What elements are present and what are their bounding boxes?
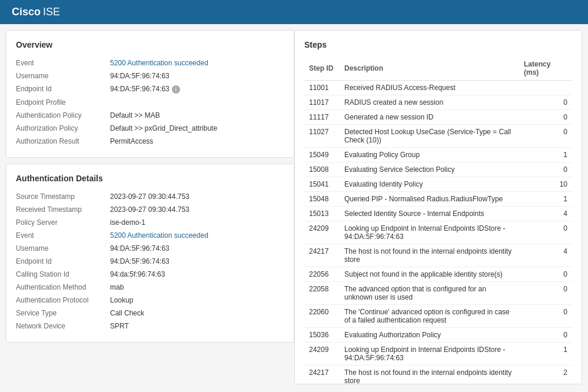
auth-details-title: Authentication Details (16, 174, 284, 183)
overview-fields: Event5200 Authentication succeededUserna… (16, 57, 284, 148)
field-value: 94:DA:5F:96:74:63 (110, 244, 170, 253)
auth-field-row: Service TypeCall Check (16, 307, 284, 320)
field-label: Endpoint Id (16, 85, 110, 93)
step-desc-cell: Subject not found in the applicable iden… (340, 267, 519, 282)
field-label: Network Device (16, 322, 110, 330)
step-latency-cell: 1 (519, 148, 572, 162)
field-label: Event (16, 231, 110, 240)
auth-field-row: Source Timestamp2023-09-27 09:30:44.753 (16, 190, 284, 203)
field-value: 94:da:5f:96:74:63 (110, 270, 165, 278)
step-desc-cell: Evaluating Authorization Policy (340, 328, 519, 343)
auth-field-row: Authentication ProtocolLookup (16, 294, 284, 307)
steps-title: Steps (304, 40, 572, 49)
step-desc-cell: Evaluating Service Selection Policy (340, 162, 519, 177)
table-row: 11027Detected Host Lookup UseCase (Servi… (304, 125, 572, 148)
field-label: Endpoint Id (16, 257, 110, 265)
field-label: Endpoint Profile (16, 98, 110, 107)
info-icon[interactable]: i (172, 85, 180, 94)
field-label: Authentication Protocol (16, 296, 110, 304)
step-latency-cell: 0 (519, 282, 572, 305)
field-value: 94:DA:5F:96:74:63 (110, 72, 170, 80)
table-row: 22056Subject not found in the applicable… (304, 267, 572, 282)
app-header: Cisco ISE (0, 0, 588, 24)
left-panel: Overview Event5200 Authentication succee… (6, 30, 294, 384)
table-row: 22060The 'Continue' advanced option is c… (304, 305, 572, 328)
step-latency-cell: 0 (519, 267, 572, 282)
table-row: 15049Evaluating Policy Group1 (304, 148, 572, 162)
field-value[interactable]: 5200 Authentication succeeded (110, 59, 208, 67)
step-latency-cell: 4 (519, 207, 572, 221)
auth-field-row: Policy Serverise-demo-1 (16, 216, 284, 229)
step-latency-cell (519, 81, 572, 95)
step-id-cell: 15008 (304, 162, 340, 177)
step-latency-cell: 0 (519, 328, 572, 343)
step-id-cell: 22058 (304, 282, 340, 305)
table-row: 15048Queried PIP - Normalised Radius.Rad… (304, 192, 572, 207)
step-desc-cell: Detected Host Lookup UseCase (Service-Ty… (340, 125, 519, 148)
step-id-cell: 15041 (304, 177, 340, 192)
step-id-cell: 24217 (304, 244, 340, 267)
field-value[interactable]: 5200 Authentication succeeded (110, 231, 208, 240)
table-row: 24217The host is not found in the intern… (304, 366, 572, 385)
step-latency-cell: 0 (519, 110, 572, 125)
field-value: ise-demo-1 (110, 218, 145, 227)
step-id-cell: 24209 (304, 221, 340, 244)
field-label: Authorization Result (16, 137, 110, 145)
steps-table: Step ID Description Latency (ms) 11001Re… (304, 57, 572, 384)
auth-details-card: Authentication Details Source Timestamp2… (6, 164, 294, 343)
overview-field-row: Authorization PolicyDefault >> pxGrid_Di… (16, 122, 284, 135)
step-id-cell: 24217 (304, 366, 340, 385)
field-label: Calling Station Id (16, 270, 110, 278)
step-latency-cell: 0 (519, 221, 572, 244)
step-id-cell: 15048 (304, 192, 340, 207)
table-row: 24217The host is not found in the intern… (304, 244, 572, 267)
step-id-cell: 15036 (304, 328, 340, 343)
field-value: SPRT (110, 322, 129, 330)
step-id-cell: 11027 (304, 125, 340, 148)
brand-cisco: Cisco (12, 6, 41, 18)
overview-field-row: Endpoint Profile (16, 96, 284, 109)
step-latency-cell: 0 (519, 95, 572, 110)
auth-field-row: Network DeviceSPRT (16, 320, 284, 333)
auth-field-row: Authentication Methodmab (16, 281, 284, 294)
step-latency-cell: 0 (519, 305, 572, 328)
field-value: 2023-09-27 09:30:44.753 (110, 192, 190, 201)
field-value: PermitAccess (110, 137, 153, 145)
step-id-cell: 15049 (304, 148, 340, 162)
col-header-desc: Description (340, 57, 519, 81)
step-id-cell: 24209 (304, 343, 340, 366)
step-desc-cell: The host is not found in the internal en… (340, 244, 519, 267)
steps-panel: Steps Step ID Description Latency (ms) 1… (294, 30, 582, 384)
field-value: mab (110, 283, 124, 291)
auth-field-row: Username94:DA:5F:96:74:63 (16, 242, 284, 255)
field-label: Service Type (16, 309, 110, 317)
step-desc-cell: Evaluating Policy Group (340, 148, 519, 162)
step-desc-cell: RADIUS created a new session (340, 95, 519, 110)
step-desc-cell: Queried PIP - Normalised Radius.RadiusFl… (340, 192, 519, 207)
step-latency-cell: 4 (519, 244, 572, 267)
step-desc-cell: The advanced option that is configured f… (340, 282, 519, 305)
main-content: Overview Event5200 Authentication succee… (0, 24, 588, 390)
table-row: 24209Looking up Endpoint in Internal End… (304, 343, 572, 366)
auth-field-row: Endpoint Id94:DA:5F:96:74:63 (16, 255, 284, 268)
overview-card: Overview Event5200 Authentication succee… (6, 30, 294, 158)
field-label: Authorization Policy (16, 124, 110, 132)
field-label: Username (16, 244, 110, 253)
overview-field-row: Authentication PolicyDefault >> MAB (16, 109, 284, 122)
col-header-stepid: Step ID (304, 57, 340, 81)
field-label: Event (16, 59, 110, 67)
overview-field-row: Endpoint Id94:DA:5F:96:74:63i (16, 82, 284, 96)
field-value: Call Check (110, 309, 144, 317)
overview-field-row: Authorization ResultPermitAccess (16, 135, 284, 148)
table-row: 22058The advanced option that is configu… (304, 282, 572, 305)
step-id-cell: 11117 (304, 110, 340, 125)
auth-field-row: Event5200 Authentication succeeded (16, 229, 284, 242)
step-desc-cell: Selected Identity Source - Internal Endp… (340, 207, 519, 221)
table-row: 11017RADIUS created a new session0 (304, 95, 572, 110)
step-id-cell: 11017 (304, 95, 340, 110)
step-desc-cell: Looking up Endpoint in Internal Endpoint… (340, 343, 519, 366)
overview-field-row: Username94:DA:5F:96:74:63 (16, 69, 284, 82)
step-desc-cell: Generated a new session ID (340, 110, 519, 125)
field-label: Policy Server (16, 218, 110, 227)
field-value: 2023-09-27 09:30:44.753 (110, 205, 190, 214)
